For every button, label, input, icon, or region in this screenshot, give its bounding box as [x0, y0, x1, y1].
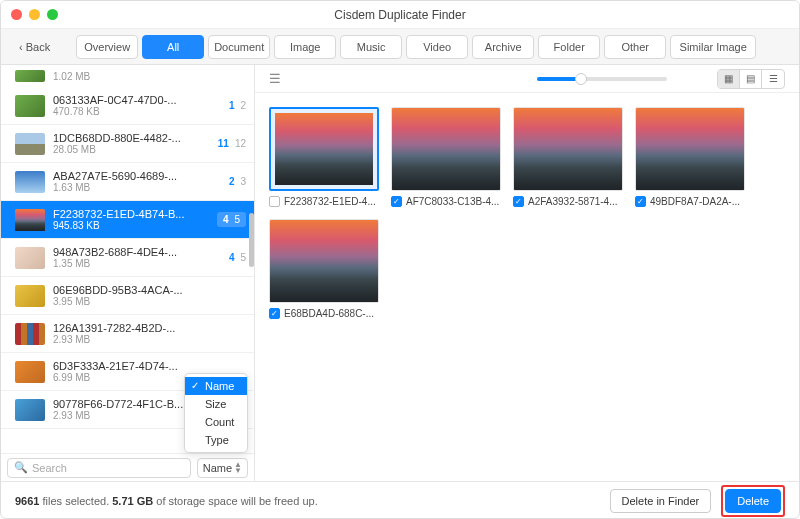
sidebar-scrollbar[interactable]	[249, 65, 254, 421]
tab-all[interactable]: All	[142, 35, 204, 59]
item-total-count: 2	[240, 100, 246, 111]
tab-similar-image[interactable]: Similar Image	[670, 35, 756, 59]
item-total-count: 5	[240, 252, 246, 263]
duplicate-group-item[interactable]: 063133AF-0C47-47D0-...470.78 KB12	[1, 87, 254, 125]
close-icon[interactable]	[11, 9, 22, 20]
sort-button[interactable]: Name ▲▼	[197, 458, 248, 478]
item-thumbnail	[15, 247, 45, 269]
duplicate-group-item[interactable]: 1.02 MB	[1, 65, 254, 87]
item-total-count: 5	[234, 214, 240, 225]
view-list-icon[interactable]: ☰	[762, 70, 784, 88]
sort-option-name[interactable]: Name	[185, 377, 247, 395]
item-filesize: 470.78 KB	[53, 106, 225, 117]
zoom-icon[interactable]	[47, 9, 58, 20]
item-info: ABA27A7E-5690-4689-...1.63 MB	[53, 170, 225, 193]
duplicate-group-item[interactable]: 948A73B2-688F-4DE4-...1.35 MB45	[1, 239, 254, 277]
tab-archive[interactable]: Archive	[472, 35, 534, 59]
sort-button-label: Name	[203, 462, 232, 474]
duplicate-group-item[interactable]: 06E96BDD-95B3-4ACA-...3.95 MB	[1, 277, 254, 315]
item-info: F2238732-E1ED-4B74-B...945.83 KB	[53, 208, 213, 231]
thumbnail-image[interactable]	[269, 219, 379, 303]
view-grid-small-icon[interactable]: ▤	[740, 70, 762, 88]
thumbnail-card[interactable]: ✓A2FA3932-5871-4...	[513, 107, 623, 207]
tab-overview[interactable]: Overview	[76, 35, 138, 59]
thumbnail-image[interactable]	[513, 107, 623, 191]
tab-video[interactable]: Video	[406, 35, 468, 59]
item-filesize: 28.05 MB	[53, 144, 214, 155]
item-thumbnail	[15, 323, 45, 345]
back-button[interactable]: ‹ Back	[13, 37, 56, 57]
filter-icon[interactable]: ☰	[269, 71, 281, 86]
view-grid-large-icon[interactable]: ▦	[718, 70, 740, 88]
sidebar-searchbar: 🔍 Search Name ▲▼	[1, 453, 254, 481]
item-filename: 126A1391-7282-4B2D-...	[53, 322, 246, 334]
thumbnail-checkbox[interactable]	[269, 196, 280, 207]
search-placeholder: Search	[32, 462, 67, 474]
view-mode-toggle: ▦ ▤ ☰	[717, 69, 785, 89]
thumbnail-label: ✓E68BDA4D-688C-...	[269, 308, 379, 319]
content: 1.02 MB063133AF-0C47-47D0-...470.78 KB12…	[1, 65, 799, 481]
thumbnail-checkbox[interactable]: ✓	[513, 196, 524, 207]
thumbnail-checkbox[interactable]: ✓	[391, 196, 402, 207]
thumbnail-filename: 49BDF8A7-DA2A-...	[650, 196, 745, 207]
duplicate-group-item[interactable]: F2238732-E1ED-4B74-B...945.83 KB45	[1, 201, 254, 239]
item-thumbnail	[15, 285, 45, 307]
sort-option-type[interactable]: Type	[185, 431, 247, 449]
duplicate-thumbnail-grid: F2238732-E1ED-4...✓AF7C8033-C13B-4...✓A2…	[255, 93, 799, 481]
item-info: 063133AF-0C47-47D0-...470.78 KB	[53, 94, 225, 117]
thumbnail-checkbox[interactable]: ✓	[635, 196, 646, 207]
search-input[interactable]: 🔍 Search	[7, 458, 191, 478]
thumbnail-card[interactable]: ✓49BDF8A7-DA2A-...	[635, 107, 745, 207]
item-counts: 1112	[218, 138, 246, 149]
tab-music[interactable]: Music	[340, 35, 402, 59]
delete-button[interactable]: Delete	[725, 489, 781, 513]
category-tabsbar: ‹ Back OverviewAllDocumentImageMusicVide…	[1, 29, 799, 65]
item-thumbnail	[15, 95, 45, 117]
thumbnail-label: ✓49BDF8A7-DA2A-...	[635, 196, 745, 207]
item-filesize: 1.02 MB	[53, 71, 246, 82]
titlebar: Cisdem Duplicate Finder	[1, 1, 799, 29]
delete-in-finder-button[interactable]: Delete in Finder	[610, 489, 712, 513]
item-thumbnail	[15, 70, 45, 82]
status-mid: files selected.	[39, 495, 112, 507]
item-selected-count: 4	[223, 214, 229, 225]
item-thumbnail	[15, 361, 45, 383]
thumbnail-label: ✓A2FA3932-5871-4...	[513, 196, 623, 207]
tab-image[interactable]: Image	[274, 35, 336, 59]
sort-option-count[interactable]: Count	[185, 413, 247, 431]
back-label: Back	[26, 41, 50, 53]
thumbnail-card[interactable]: ✓AF7C8033-C13B-4...	[391, 107, 501, 207]
thumbnail-card[interactable]: ✓E68BDA4D-688C-...	[269, 219, 379, 319]
duplicate-group-item[interactable]: 1DCB68DD-880E-4482-...28.05 MB1112	[1, 125, 254, 163]
window-title: Cisdem Duplicate Finder	[334, 8, 465, 22]
item-info: 126A1391-7282-4B2D-...2.93 MB	[53, 322, 246, 345]
minimize-icon[interactable]	[29, 9, 40, 20]
thumbnail-image[interactable]	[269, 107, 379, 191]
thumbnail-image[interactable]	[635, 107, 745, 191]
duplicate-group-item[interactable]: ABA27A7E-5690-4689-...1.63 MB23	[1, 163, 254, 201]
selected-count: 9661	[15, 495, 39, 507]
thumbnail-image[interactable]	[391, 107, 501, 191]
tab-folder[interactable]: Folder	[538, 35, 600, 59]
item-filename: ABA27A7E-5690-4689-...	[53, 170, 225, 182]
item-counts: 12	[229, 100, 246, 111]
item-filesize: 945.83 KB	[53, 220, 213, 231]
sort-option-size[interactable]: Size	[185, 395, 247, 413]
delete-button-highlight: Delete	[721, 485, 785, 517]
item-info: 948A73B2-688F-4DE4-...1.35 MB	[53, 246, 225, 269]
footer: 9661 files selected. 5.71 GB of storage …	[1, 481, 799, 519]
tab-document[interactable]: Document	[208, 35, 270, 59]
item-selected-count: 1	[229, 100, 235, 111]
item-info: 1.02 MB	[53, 71, 246, 82]
thumbnail-checkbox[interactable]: ✓	[269, 308, 280, 319]
item-filename: F2238732-E1ED-4B74-B...	[53, 208, 213, 220]
thumbnail-size-slider[interactable]	[537, 77, 667, 81]
size-freed: 5.71 GB	[112, 495, 153, 507]
duplicate-group-item[interactable]: 126A1391-7282-4B2D-...2.93 MB	[1, 315, 254, 353]
item-filename: 948A73B2-688F-4DE4-...	[53, 246, 225, 258]
tab-other[interactable]: Other	[604, 35, 666, 59]
thumbnail-card[interactable]: F2238732-E1ED-4...	[269, 107, 379, 207]
item-counts: 45	[217, 212, 246, 227]
thumbnail-filename: F2238732-E1ED-4...	[284, 196, 379, 207]
sort-stepper-icon: ▲▼	[234, 462, 242, 474]
